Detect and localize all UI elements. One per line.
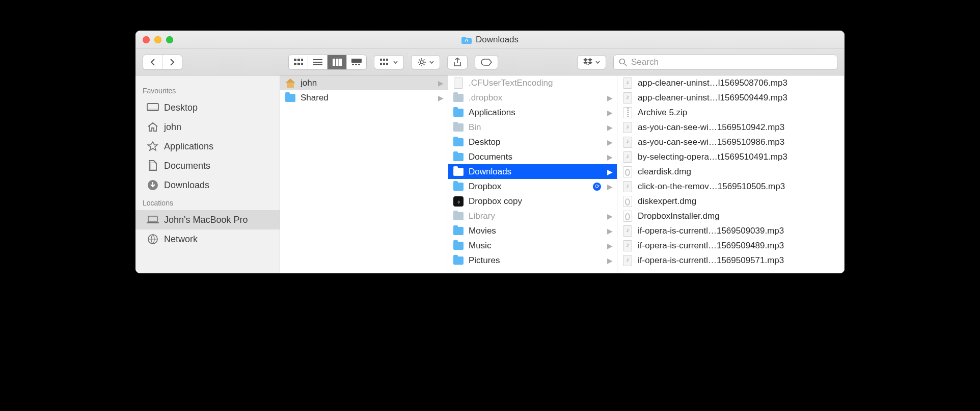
col2-row[interactable]: Music▶ — [448, 238, 617, 253]
sidebar-item-applications[interactable]: Applications — [135, 137, 280, 156]
row-label: Desktop — [469, 137, 602, 147]
folder-icon — [453, 183, 464, 191]
col1-row[interactable]: Shared▶ — [280, 90, 448, 105]
audio-icon — [622, 181, 633, 192]
minimize-window-button[interactable] — [154, 36, 161, 43]
row-label: .dropbox — [469, 93, 602, 103]
column-2[interactable]: .CFUserTextEncoding.dropbox▶Applications… — [448, 75, 617, 273]
dmg-icon — [622, 196, 633, 207]
row-label: as-you-can-see-wi…1569510942.mp3 — [638, 122, 840, 133]
col3-row[interactable]: as-you-can-see-wi…1569510986.mp3 — [617, 135, 844, 149]
home-icon — [147, 122, 159, 132]
window-title-text: Downloads — [476, 35, 519, 45]
col2-row[interactable]: Library▶ — [448, 209, 617, 223]
globe-icon — [147, 234, 159, 245]
svg-rect-25 — [148, 216, 157, 222]
svg-rect-13 — [358, 64, 360, 65]
sidebar-item-home[interactable]: john — [135, 117, 280, 137]
gear-icon — [417, 58, 426, 67]
back-button[interactable] — [143, 55, 162, 69]
col3-row[interactable]: if-opera-is-currentl…1569509571.mp3 — [617, 253, 844, 268]
row-label: app-cleaner-uninst…l1569509449.mp3 — [638, 93, 840, 103]
row-label: Library — [469, 211, 602, 221]
disclosure-chevron-icon: ▶ — [438, 79, 444, 87]
col3-row[interactable]: by-selecting-opera…t1569510491.mp3 — [617, 149, 844, 164]
audio-icon — [622, 255, 633, 266]
row-label: Applications — [469, 108, 602, 118]
col3-row[interactable]: click-on-the-remov…1569510505.mp3 — [617, 179, 844, 194]
row-label: .CFUserTextEncoding — [469, 78, 613, 88]
col3-row[interactable]: diskexpert.dmg — [617, 194, 844, 209]
col2-row[interactable]: Movies▶ — [448, 223, 617, 238]
gallery-view-button[interactable] — [347, 55, 366, 69]
col3-row[interactable]: cleardisk.dmg — [617, 164, 844, 179]
col3-row[interactable]: if-opera-is-currentl…1569509039.mp3 — [617, 223, 844, 238]
dropbox-icon — [583, 58, 592, 66]
svg-point-21 — [620, 59, 625, 64]
audio-icon — [622, 225, 633, 237]
search-field[interactable] — [613, 55, 837, 70]
chevron-down-icon — [393, 61, 398, 64]
folder-icon — [453, 138, 464, 146]
disclosure-chevron-icon: ▶ — [607, 212, 613, 220]
col3-row[interactable]: DropboxInstaller.dmg — [617, 209, 844, 223]
column-3[interactable]: app-cleaner-uninst…l1569508706.mp3app-cl… — [617, 75, 845, 273]
dropbox-toolbar-button[interactable] — [577, 55, 606, 69]
row-label: by-selecting-opera…t1569510491.mp3 — [638, 152, 840, 162]
svg-rect-1 — [294, 59, 296, 61]
file-icon — [453, 78, 464, 89]
sidebar-item-this-mac[interactable]: John's MacBook Pro — [135, 210, 280, 229]
col2-row[interactable]: Applications▶ — [448, 105, 617, 120]
column-view-button[interactable] — [328, 55, 347, 69]
row-label: DropboxInstaller.dmg — [638, 211, 840, 221]
col2-row[interactable]: .CFUserTextEncoding — [448, 75, 617, 90]
col2-row[interactable]: Dropbox⟳▶ — [448, 179, 617, 194]
row-label: Music — [469, 241, 602, 251]
col2-row[interactable]: .dropbox▶ — [448, 90, 617, 105]
close-window-button[interactable] — [143, 36, 150, 43]
forward-button[interactable] — [162, 55, 182, 69]
row-label: john — [301, 78, 433, 88]
svg-rect-10 — [351, 59, 362, 63]
col1-row[interactable]: john▶ — [280, 75, 448, 90]
share-icon — [453, 58, 461, 67]
col3-row[interactable]: if-opera-is-currentl…1569509489.mp3 — [617, 238, 844, 253]
col2-row[interactable]: Bin▶ — [448, 120, 617, 135]
row-label: Shared — [301, 93, 433, 103]
list-view-button[interactable] — [308, 55, 328, 69]
folder-icon — [453, 227, 464, 235]
action-menu-button[interactable] — [411, 55, 440, 69]
sidebar-item-documents[interactable]: Documents — [135, 156, 280, 175]
tags-button[interactable] — [475, 55, 498, 69]
col3-row[interactable]: app-cleaner-uninst…l1569509449.mp3 — [617, 90, 844, 105]
col2-row[interactable]: ⬨Dropbox copy — [448, 194, 617, 209]
col2-row[interactable]: Downloads▶ — [448, 164, 617, 179]
share-button[interactable] — [447, 55, 468, 69]
main-content: Favourites Desktop john Applications Doc… — [135, 75, 845, 273]
column-1[interactable]: john▶Shared▶ — [280, 75, 448, 273]
svg-rect-5 — [297, 63, 300, 65]
sidebar-item-desktop[interactable]: Desktop — [135, 98, 280, 117]
icon-view-button[interactable] — [289, 55, 308, 69]
search-input[interactable] — [631, 57, 832, 67]
laptop-icon — [147, 216, 159, 224]
col2-row[interactable]: Pictures▶ — [448, 253, 617, 268]
sidebar-item-label: Downloads — [164, 180, 209, 191]
zoom-window-button[interactable] — [166, 36, 173, 43]
audio-icon — [622, 122, 633, 133]
view-mode-segment — [288, 55, 367, 70]
col3-row[interactable]: Archive 5.zip — [617, 105, 844, 120]
zip-icon — [622, 107, 633, 118]
col2-row[interactable]: Documents▶ — [448, 149, 617, 164]
row-label: Movies — [469, 226, 602, 236]
sidebar-item-network[interactable]: Network — [135, 229, 280, 249]
disclosure-chevron-icon: ▶ — [607, 242, 613, 250]
audio-icon — [622, 92, 633, 104]
col3-row[interactable]: app-cleaner-uninst…l1569508706.mp3 — [617, 75, 844, 90]
col3-row[interactable]: as-you-can-see-wi…1569510942.mp3 — [617, 120, 844, 135]
sidebar-item-label: Applications — [164, 141, 213, 152]
sidebar-item-downloads[interactable]: Downloads — [135, 175, 280, 195]
folder-icon — [285, 94, 295, 102]
group-by-button[interactable] — [374, 55, 404, 69]
col2-row[interactable]: Desktop▶ — [448, 135, 617, 149]
